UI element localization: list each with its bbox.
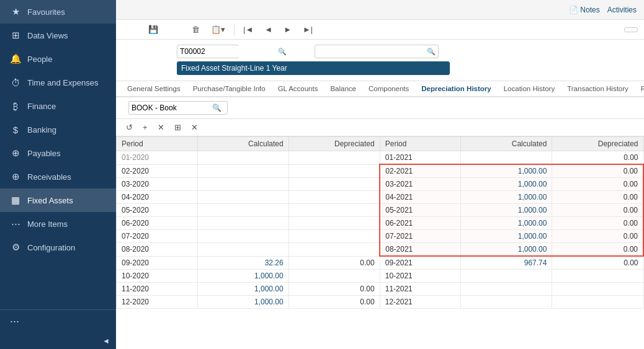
table-row[interactable]: 01-202001-20210.00 [117, 151, 644, 165]
table-row[interactable]: 07-202007-20211,000.000.00 [117, 230, 644, 243]
cell-calc-left-9: 1,000.00 [197, 270, 288, 283]
next-button[interactable]: ► [280, 23, 295, 36]
asset-id-field[interactable]: 🔍 [177, 45, 239, 58]
delete-button[interactable]: 🗑 [188, 23, 203, 36]
cell-depr-right-5: 0.00 [552, 217, 643, 230]
sidebar-label-finance: Finance [27, 102, 56, 111]
table-row[interactable]: 02-202002-20211,000.000.00 [117, 164, 644, 178]
tab-accounts[interactable]: GL Accounts [272, 81, 324, 97]
description-input[interactable] [177, 61, 450, 75]
table-row[interactable]: 03-202003-20211,000.000.00 [117, 178, 644, 191]
table-row[interactable]: 09-202032.260.0009-2021967.740.00 [117, 256, 644, 270]
sidebar-icon-data-views: ⊞ [10, 30, 21, 41]
table-row[interactable]: 04-202004-20211,000.000.00 [117, 191, 644, 204]
last-button[interactable]: ►| [299, 23, 316, 36]
cell-depr-left-6 [288, 230, 380, 243]
cell-depr-right-10 [552, 283, 643, 296]
table-body: 01-202001-20210.0002-202002-20211,000.00… [117, 151, 644, 309]
topbar-actions: 📄 Notes Activities [569, 6, 637, 14]
cell-depr-right-9 [552, 270, 643, 283]
cell-period-right-1: 02-2021 [380, 164, 461, 178]
cell-depr-left-5 [288, 217, 380, 230]
grid-toolbar: ↺ + ✕ ⊞ ✕ [116, 119, 644, 136]
sidebar-item-favourites[interactable]: ★ Favourites [0, 0, 116, 24]
cell-period-right-8: 09-2021 [380, 256, 461, 270]
save-icon-button[interactable]: 💾 [145, 23, 162, 36]
sidebar-more-dots[interactable]: ··· [0, 310, 116, 333]
tabs: General SettingsPurchase/Tangible InfoGL… [116, 81, 644, 97]
notes-action[interactable]: 📄 Notes [569, 6, 600, 14]
tab-purchase[interactable]: Purchase/Tangible Info [187, 81, 272, 97]
cell-calc-right-10 [461, 283, 552, 296]
sidebar-item-fixed-assets[interactable]: ▦ Fixed Assets [0, 188, 116, 212]
sidebar-item-people[interactable]: 🔔 People [0, 47, 116, 71]
tab-reconciliation[interactable]: Reconciliation [635, 81, 644, 97]
sidebar-label-more-items: More Items [27, 219, 68, 229]
actions-button[interactable] [624, 27, 638, 32]
toolbar: 💾 🗑 📋▾ |◄ ◄ ► ►| [116, 20, 644, 40]
grid-delete-button[interactable]: ✕ [154, 121, 168, 133]
cell-depr-left-2 [288, 178, 380, 191]
add-button[interactable] [177, 28, 184, 32]
book-input[interactable] [132, 104, 212, 112]
sidebar-label-configuration: Configuration [27, 243, 75, 252]
undo-button[interactable] [166, 28, 173, 32]
save-close-button[interactable] [133, 28, 141, 32]
header-period-right: Period [380, 137, 461, 151]
table-row[interactable]: 10-20201,000.0010-2021 [117, 270, 644, 283]
cell-calc-left-3 [197, 191, 288, 204]
form-area: 🔍 🔍 [116, 40, 644, 81]
grid-refresh-button[interactable]: ↺ [122, 121, 136, 133]
sidebar-item-payables[interactable]: ⊕ Payables [0, 141, 116, 165]
tab-transaction[interactable]: Transaction History [561, 81, 635, 97]
asset-id-row: 🔍 🔍 [123, 45, 637, 58]
sidebar-item-configuration[interactable]: ⚙ Configuration [0, 236, 116, 259]
table-row[interactable]: 05-202005-20211,000.000.00 [117, 204, 644, 217]
asset-id-input[interactable] [177, 46, 275, 57]
parent-asset-field[interactable]: 🔍 [315, 45, 439, 58]
sidebar-icon-payables: ⊕ [10, 148, 21, 159]
activities-action[interactable]: Activities [607, 6, 637, 14]
sidebar-icon-configuration: ⚙ [10, 242, 21, 253]
tab-depreciation[interactable]: Depreciation History [415, 81, 497, 97]
sidebar-item-finance[interactable]: ₿ Finance [0, 94, 116, 118]
table-row[interactable]: 08-202008-20211,000.000.00 [117, 243, 644, 257]
grid-export-button[interactable]: ✕ [187, 121, 202, 133]
cell-depr-right-4: 0.00 [552, 204, 643, 217]
grid-fit-button[interactable]: ⊞ [171, 121, 185, 133]
cell-calc-right-2: 1,000.00 [461, 178, 552, 191]
cell-calc-right-6: 1,000.00 [461, 230, 552, 243]
sidebar-item-banking[interactable]: $ Banking [0, 118, 116, 141]
grid-add-button[interactable]: + [139, 121, 151, 133]
parent-asset-input[interactable] [315, 46, 424, 57]
cell-calc-right-7: 1,000.00 [461, 243, 552, 257]
back-button[interactable] [122, 28, 130, 32]
prev-button[interactable]: ◄ [261, 23, 276, 36]
tab-general[interactable]: General Settings [121, 81, 187, 97]
tab-balance[interactable]: Balance [324, 81, 362, 97]
sidebar-item-receivables[interactable]: ⊕ Receivables [0, 165, 116, 188]
sidebar-icon-favourites: ★ [10, 6, 21, 17]
cell-depr-right-6: 0.00 [552, 230, 643, 243]
first-button[interactable]: |◄ [239, 23, 257, 36]
sidebar-item-time-expenses[interactable]: ⏱ Time and Expenses [0, 71, 116, 94]
cell-depr-left-9 [288, 270, 380, 283]
cell-calc-left-10: 1,000.00 [197, 283, 288, 296]
tab-location[interactable]: Location History [498, 81, 561, 97]
cell-period-right-3: 04-2021 [380, 191, 461, 204]
sidebar-collapse-toggle[interactable]: ◄ [0, 333, 116, 349]
sidebar-label-payables: Payables [27, 149, 60, 158]
table-row[interactable]: 06-202006-20211,000.000.00 [117, 217, 644, 230]
cell-period-left-2: 03-2020 [117, 178, 198, 191]
table-row[interactable]: 12-20201,000.000.0012-2021 [117, 296, 644, 309]
sidebar-item-more-items[interactable]: ⋯ More Items [0, 212, 116, 236]
tab-components[interactable]: Components [362, 81, 415, 97]
sidebar-icon-people: 🔔 [10, 53, 21, 64]
cell-period-left-5: 06-2020 [117, 217, 198, 230]
cell-calc-right-5: 1,000.00 [461, 217, 552, 230]
table-row[interactable]: 11-20201,000.000.0011-2021 [117, 283, 644, 296]
copy-button[interactable]: 📋▾ [207, 23, 229, 36]
book-select[interactable]: 🔍 [128, 101, 228, 115]
sidebar-label-time-expenses: Time and Expenses [27, 78, 98, 87]
sidebar-item-data-views[interactable]: ⊞ Data Views [0, 24, 116, 47]
